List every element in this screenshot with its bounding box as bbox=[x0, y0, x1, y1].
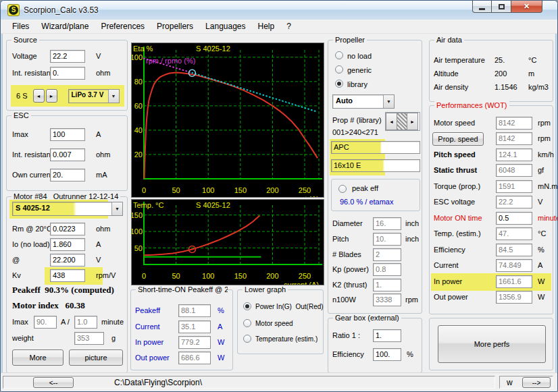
picture-button[interactable]: picture bbox=[69, 349, 123, 366]
radio-power-in-out[interactable] bbox=[243, 302, 251, 310]
prop-speed-unit: rpm bbox=[538, 134, 551, 142]
radio-no-load-label: no load bbox=[347, 52, 372, 60]
source-group: Source Voltage 22.2 V Int. resistance 0.… bbox=[6, 40, 128, 111]
eta-chart: 20406080100050100150200250Eta %S 4025-12… bbox=[131, 43, 324, 198]
st-peakeff-label: Peakeff bbox=[135, 306, 160, 314]
scroll-right-button[interactable]: ► bbox=[407, 113, 418, 130]
peak-eff-label: peak eff bbox=[352, 184, 378, 192]
voltage-unit: V bbox=[96, 52, 101, 60]
x-tick-label: 150 bbox=[234, 186, 247, 194]
battery-type-dropdown[interactable]: LiPo 3.7 V ▼ bbox=[68, 89, 120, 103]
forward-button[interactable]: --> bbox=[522, 377, 551, 388]
voltage-input[interactable]: 22.2 bbox=[50, 50, 85, 63]
back-button[interactable]: <-- bbox=[33, 377, 74, 388]
x-tick-label: 250 bbox=[299, 272, 311, 280]
motor-io-input[interactable]: 1.860 bbox=[50, 238, 85, 251]
prop-size-input[interactable]: 16x10 E bbox=[331, 159, 420, 172]
short-time-group-title: Short-time-ON Peakeff @ 25 bbox=[136, 285, 228, 293]
prop-brand-input[interactable]: APC bbox=[331, 141, 420, 154]
motor-speed-label: Motor speed bbox=[434, 119, 475, 127]
prop-auto-dropdown[interactable]: Auto ▼ bbox=[332, 94, 395, 109]
air-density-unit: kg/m3 bbox=[528, 83, 549, 91]
cells-increment-button[interactable]: ► bbox=[46, 89, 57, 103]
motor-speed-value: 8142 bbox=[496, 117, 532, 130]
prop-n100w-unit: rpm bbox=[405, 296, 418, 304]
motor-on-time-input[interactable]: 0.5 bbox=[496, 212, 532, 225]
esc-voltage-label: ESC voltage bbox=[434, 198, 475, 206]
motor-kv-input[interactable]: 438 bbox=[50, 269, 85, 282]
x-tick-label: 200 bbox=[266, 186, 278, 194]
radio-temperature[interactable] bbox=[243, 335, 251, 343]
int-resistance-input[interactable]: 0. bbox=[50, 67, 85, 80]
esc-own-current-label: Own current bbox=[12, 171, 53, 179]
performances-group: Performances (WOT) Motor speed 8142 rpm … bbox=[429, 105, 553, 314]
motor-io-label: Io (no load) bbox=[12, 240, 50, 248]
st-current-value: 35.1 bbox=[178, 320, 211, 333]
motor-rm-label: Rm @ 20°C bbox=[12, 225, 52, 233]
air-data-group-title: Air data bbox=[434, 36, 464, 44]
motor-at-unit: V bbox=[96, 256, 101, 264]
motor-imax-value: 90. bbox=[34, 316, 57, 329]
temp-estim-unit: °C bbox=[538, 229, 546, 237]
motor-weight-unit: g bbox=[111, 334, 116, 342]
motor-model-dropdown[interactable]: S 4025-12 ▼ bbox=[12, 202, 123, 216]
motor-model-value: S 4025-12 bbox=[13, 202, 111, 215]
status-unit-panel: w --> bbox=[499, 376, 553, 389]
radio-motor-speed[interactable] bbox=[243, 319, 251, 327]
motor-kv-unit: rpm/V bbox=[96, 271, 116, 279]
radio-library[interactable] bbox=[335, 80, 343, 88]
esc-own-current-input[interactable]: 20. bbox=[50, 169, 85, 181]
chart-y-label: Eta % bbox=[133, 45, 153, 53]
motor-at-voltage-input[interactable]: 22.200 bbox=[50, 254, 85, 267]
motor-at-label: @ bbox=[12, 256, 20, 264]
st-current-unit: A bbox=[218, 323, 222, 331]
torque-unit: mN.m bbox=[538, 182, 557, 190]
radio-peak-eff[interactable] bbox=[338, 185, 347, 193]
in-power-unit: W bbox=[538, 277, 544, 285]
more-perfs-button[interactable]: More perfs bbox=[438, 325, 546, 363]
peakeff-computed-text: Peakeff 90.3% (computed) bbox=[12, 285, 114, 296]
prop-speed-button[interactable]: Prop. speed bbox=[432, 132, 484, 146]
st-in-power-value: 779.2 bbox=[178, 336, 211, 349]
current-label: Current bbox=[434, 261, 459, 269]
gear-eff-input[interactable]: 100. bbox=[373, 348, 401, 361]
st-out-power-value: 686.6 bbox=[178, 352, 211, 364]
prop-diameter-unit: inch bbox=[405, 219, 419, 227]
radio-temperature-label: Temperature (estim.) bbox=[255, 335, 318, 343]
static-thrust-unit: gf bbox=[538, 166, 544, 174]
air-density-value: 1.1546 bbox=[494, 83, 517, 91]
prop-kp-value: 0.8 bbox=[373, 263, 401, 276]
motor-imax-unit: minute bbox=[101, 318, 124, 326]
gear-ratio-input[interactable]: 1. bbox=[373, 329, 401, 342]
motor-rm-input[interactable]: 0.0223 bbox=[50, 223, 85, 235]
altitude-unit: m bbox=[528, 69, 534, 78]
gear-ratio-label: Ratio 1 : bbox=[332, 331, 360, 339]
motor-weight-value: 353 bbox=[74, 332, 104, 345]
scroll-left-button[interactable]: ◄ bbox=[386, 113, 397, 130]
radio-no-load[interactable] bbox=[335, 51, 343, 59]
battery-type-value: LiPo 3.7 V bbox=[69, 90, 108, 103]
status-path-panel: <-- C:\Data\Flying\Scorpion\ bbox=[3, 376, 495, 389]
esc-resistance-input[interactable]: 0.007 bbox=[50, 148, 85, 161]
more-button[interactable]: More bbox=[12, 349, 64, 366]
cells-decrement-button[interactable]: ◄ bbox=[33, 89, 45, 103]
gearbox-group: Gear box (external) Ratio 1 : 1. Efficie… bbox=[328, 318, 422, 373]
x-tick-label: 100 bbox=[202, 186, 214, 194]
x-tick-label: 50 bbox=[172, 272, 180, 280]
radio-generic[interactable] bbox=[335, 65, 343, 74]
chart-x-label: current (A) bbox=[284, 195, 319, 197]
st-out-power-unit: W bbox=[218, 354, 224, 362]
power-unit-label: w bbox=[507, 378, 513, 387]
motor-group: Motor #84 Outrunner 12-12-14 S 4025-12 ▼… bbox=[6, 196, 128, 373]
prop-n100w-label: n100W bbox=[332, 296, 356, 304]
radio-power-in-out-label: Power In(G) Out(Red) bbox=[255, 303, 324, 310]
pitch-speed-label: Pitch speed bbox=[434, 150, 476, 159]
prop-scrollbar: ◄ ► bbox=[385, 112, 420, 131]
st-current-label: Current bbox=[135, 323, 160, 331]
esc-imax-input[interactable]: 100 bbox=[50, 128, 85, 141]
prop-number-label: Prop # (library) bbox=[332, 116, 382, 124]
gear-eff-label: Efficiency bbox=[332, 350, 364, 358]
scroll-thumb[interactable] bbox=[397, 113, 407, 130]
current-value: 74.849 bbox=[496, 259, 532, 272]
y-tick-label: 60 bbox=[134, 102, 143, 110]
